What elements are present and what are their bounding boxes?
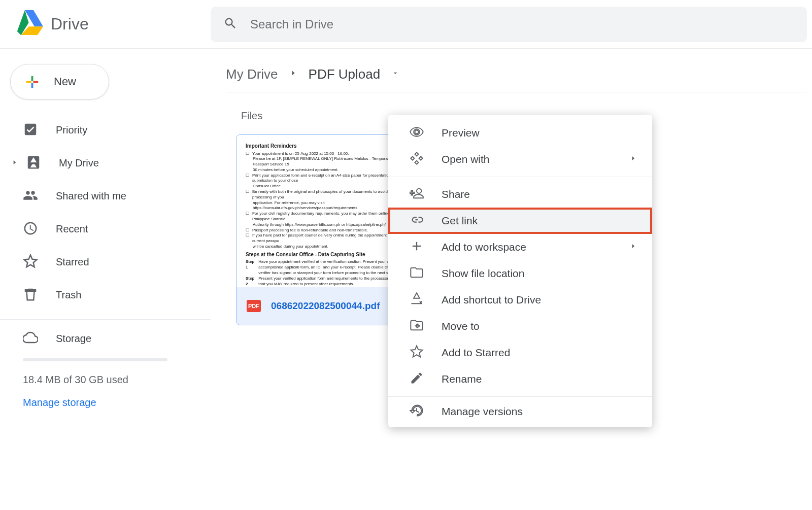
history-icon [410, 403, 424, 420]
search-bar[interactable]: Search in Drive [211, 7, 807, 42]
menu-item-versions[interactable]: Manage versions [388, 401, 652, 422]
menu-item-share[interactable]: Share [388, 181, 652, 208]
sidebar-item-storage[interactable]: Storage [23, 330, 211, 347]
chevron-right-icon [630, 155, 637, 164]
sidebar-item-label: Recent [56, 223, 88, 235]
main-divider [226, 92, 807, 92]
sidebar-nav: Priority My Drive Shared with me Recent … [0, 114, 211, 312]
menu-item-move[interactable]: Move to [388, 313, 652, 339]
menu-divider [388, 396, 652, 397]
sidebar-item-label: My Drive [59, 157, 99, 169]
drive-logo-icon [15, 10, 43, 38]
product-name: Drive [51, 15, 89, 33]
chevron-right-icon [630, 243, 637, 252]
cloud-icon [23, 330, 38, 347]
new-button[interactable]: New [10, 64, 109, 99]
breadcrumb-root[interactable]: My Drive [226, 66, 278, 82]
storage-progress [23, 358, 167, 361]
breadcrumb: My Drive PDF Upload [226, 61, 812, 87]
sidebar-item-my-drive[interactable]: My Drive [0, 147, 195, 180]
menu-divider [388, 177, 652, 177]
drive-icon [26, 155, 41, 172]
menu-item-file-location[interactable]: Show file location [388, 260, 652, 287]
move-icon [410, 318, 424, 334]
logo-block[interactable]: Drive [15, 10, 208, 38]
link-icon [410, 213, 424, 229]
shared-icon [23, 188, 38, 205]
menu-item-preview[interactable]: Preview [388, 120, 652, 146]
sidebar-item-priority[interactable]: Priority [0, 114, 195, 147]
eye-icon [410, 125, 424, 141]
folder-icon [410, 265, 424, 282]
menu-item-shortcut[interactable]: Add shortcut to Drive [388, 287, 652, 313]
menu-label: Add to Starred [442, 347, 637, 359]
plus-icon [23, 73, 41, 91]
menu-label: Get link [442, 215, 637, 227]
storage-label: Storage [56, 333, 91, 345]
sidebar-item-label: Trash [56, 289, 81, 301]
sidebar-divider [0, 319, 211, 320]
menu-label: Preview [442, 127, 637, 139]
menu-label: Open with [442, 153, 612, 165]
menu-label: Show file location [442, 267, 637, 280]
menu-item-star[interactable]: Add to Starred [388, 339, 652, 366]
menu-label: Add shortcut to Drive [442, 294, 637, 306]
new-button-label: New [54, 75, 76, 88]
sidebar-item-starred[interactable]: Starred [0, 246, 195, 279]
storage-usage: 18.4 MB of 30 GB used [23, 374, 211, 386]
star-icon [410, 345, 424, 361]
header: Drive Search in Drive [0, 0, 812, 49]
sidebar-item-label: Priority [56, 124, 87, 136]
menu-item-rename[interactable]: Rename [388, 366, 652, 392]
star-icon [23, 254, 38, 271]
chevron-right-icon [289, 69, 297, 79]
plus-icon [410, 239, 424, 255]
menu-label: Move to [442, 320, 637, 332]
menu-label: Add to workspace [442, 241, 612, 253]
pdf-icon: PDF [247, 300, 261, 312]
person-add-icon [410, 186, 424, 202]
search-icon [223, 16, 238, 32]
sidebar-item-shared[interactable]: Shared with me [0, 180, 195, 213]
dropdown-caret-icon[interactable] [391, 69, 399, 79]
sidebar-item-recent[interactable]: Recent [0, 213, 195, 246]
sidebar-item-trash[interactable]: Trash [0, 279, 195, 312]
recent-icon [23, 221, 38, 238]
sidebar: New Priority My Drive Shared with me Rec… [0, 49, 211, 510]
sidebar-item-label: Shared with me [56, 190, 126, 202]
menu-label: Manage versions [442, 405, 637, 418]
storage-section: Storage 18.4 MB of 30 GB used Manage sto… [0, 330, 211, 409]
manage-storage-link[interactable]: Manage storage [23, 397, 211, 409]
sidebar-item-label: Starred [56, 256, 89, 268]
menu-item-add-workspace[interactable]: Add to workspace [388, 234, 652, 260]
shortcut-icon [410, 292, 424, 308]
trash-icon [23, 287, 38, 304]
open-with-icon [410, 151, 424, 167]
context-menu: Preview Open with Share Get link Add to … [388, 115, 652, 427]
menu-label: Rename [442, 373, 637, 385]
priority-icon [23, 122, 38, 139]
breadcrumb-current[interactable]: PDF Upload [309, 66, 381, 82]
file-name: 06862022082500044.pdf [271, 300, 380, 312]
menu-item-open-with[interactable]: Open with [388, 146, 652, 173]
expand-caret-icon[interactable] [11, 159, 18, 168]
menu-item-get-link[interactable]: Get link [388, 208, 652, 234]
main-content: My Drive PDF Upload Files Important Remi… [211, 49, 812, 510]
search-placeholder: Search in Drive [250, 17, 333, 31]
menu-label: Share [442, 188, 637, 200]
pencil-icon [410, 371, 424, 387]
